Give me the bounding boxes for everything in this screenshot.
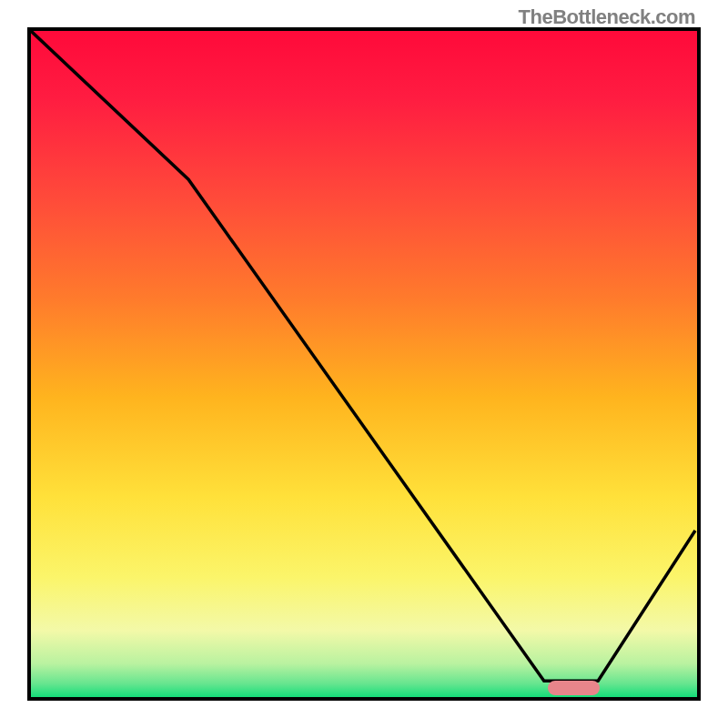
chart-area [27, 27, 701, 701]
chart-line [31, 31, 697, 697]
watermark: TheBottleneck.com [519, 5, 695, 29]
optimal-marker [548, 681, 600, 695]
